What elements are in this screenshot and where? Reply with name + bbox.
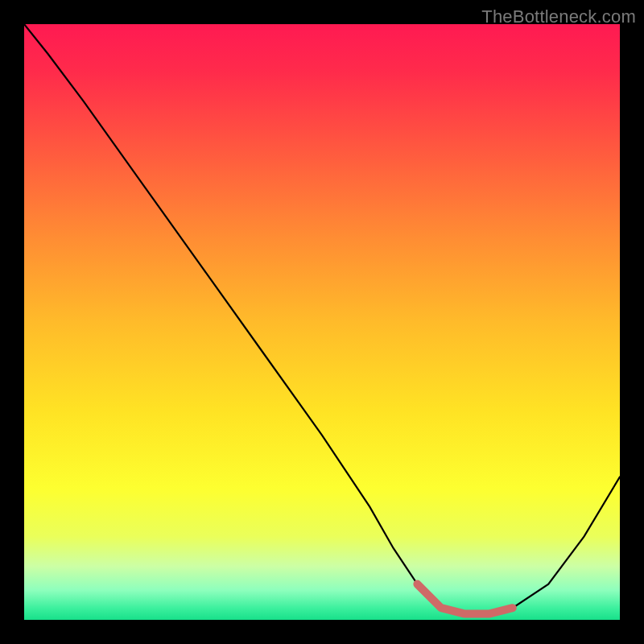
chart-plot-area [24, 24, 620, 620]
chart-svg [24, 24, 620, 620]
watermark-text: TheBottleneck.com [481, 6, 636, 27]
chart-background [24, 24, 620, 620]
